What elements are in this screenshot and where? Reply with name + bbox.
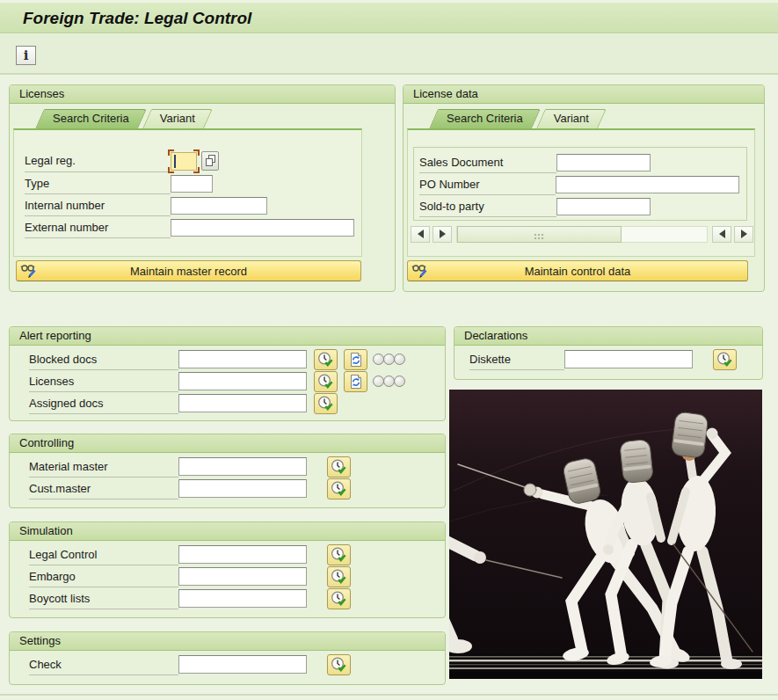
document-refresh-icon xyxy=(348,374,364,390)
execute-button[interactable] xyxy=(327,588,351,609)
maintain-master-record-button[interactable]: Maintain master record xyxy=(16,260,361,281)
fencers-illustration xyxy=(449,390,762,679)
left-arrow-icon xyxy=(719,230,725,238)
group-settings: Settings Check xyxy=(9,631,446,685)
execute-button[interactable] xyxy=(327,456,351,478)
tab-search-criteria[interactable]: Search Criteria xyxy=(433,109,536,128)
group-controlling: Controlling Material master Cust.master xyxy=(9,434,446,508)
tab-variant[interactable]: Variant xyxy=(147,109,208,128)
tab-search-criteria[interactable]: Search Criteria xyxy=(40,109,142,128)
scrollbar-track[interactable] xyxy=(456,226,708,243)
licenses-tab-panel: Legal reg. Type Internal number Exte xyxy=(13,128,362,257)
status-circles-icon xyxy=(373,376,405,387)
refresh-button[interactable] xyxy=(344,349,367,370)
external-number-input[interactable] xyxy=(171,219,354,237)
focus-corner xyxy=(168,149,174,156)
refresh-button[interactable] xyxy=(344,371,367,392)
field-row: Sold-to party xyxy=(419,195,739,217)
right-arrow-icon xyxy=(741,230,747,238)
maintain-control-data-button[interactable]: Maintain control data xyxy=(407,260,748,281)
status-circles-icon xyxy=(373,354,405,365)
legal-control-input[interactable] xyxy=(178,545,307,564)
field-row: Embargo xyxy=(29,565,440,587)
button-label: Maintain control data xyxy=(408,265,747,278)
clock-check-icon xyxy=(331,481,347,497)
info-button[interactable]: i xyxy=(16,46,36,65)
po-number-input[interactable] xyxy=(556,176,739,193)
clock-check-icon xyxy=(331,459,347,475)
field-label: Embargo xyxy=(29,565,178,587)
field-row: Type xyxy=(25,172,354,194)
field-label: Legal Control xyxy=(29,543,178,565)
field-row: External number xyxy=(25,216,354,238)
boycott-lists-input[interactable] xyxy=(178,589,307,608)
scroll-right-button[interactable] xyxy=(433,226,452,243)
scroll-left-button[interactable] xyxy=(712,226,731,243)
field-row: PO Number xyxy=(419,173,739,195)
application-toolbar: i xyxy=(0,34,778,75)
sales-document-input[interactable] xyxy=(556,154,651,171)
group-controlling-header: Controlling xyxy=(10,434,445,453)
text-cursor xyxy=(174,155,176,168)
embargo-input[interactable] xyxy=(178,567,307,586)
field-row: Legal Control xyxy=(29,543,440,565)
field-row: Licenses xyxy=(29,370,440,392)
status-circle xyxy=(394,354,405,365)
internal-number-input[interactable] xyxy=(171,197,267,215)
diskette-input[interactable] xyxy=(564,350,693,368)
execute-button[interactable] xyxy=(314,393,338,414)
multiple-selection-button[interactable] xyxy=(201,151,219,171)
clock-check-icon xyxy=(331,591,347,607)
focus-corner xyxy=(193,149,200,156)
blocked-docs-input[interactable] xyxy=(178,350,307,368)
field-label: Internal number xyxy=(25,194,171,216)
field-label: Sales Document xyxy=(419,151,556,173)
right-arrow-icon xyxy=(440,230,446,238)
focused-field-wrap xyxy=(171,152,197,171)
field-row: Diskette xyxy=(469,348,757,370)
field-label: Material master xyxy=(29,456,178,478)
clock-check-icon xyxy=(716,352,733,368)
tab-label: Search Criteria xyxy=(433,109,536,125)
field-label: PO Number xyxy=(419,173,556,195)
field-label: Licenses xyxy=(29,370,178,392)
group-title: Simulation xyxy=(19,524,73,537)
scroll-left-button[interactable] xyxy=(411,226,430,243)
field-label: Type xyxy=(25,172,171,194)
execute-button[interactable] xyxy=(327,478,351,499)
group-simulation-header: Simulation xyxy=(10,522,445,541)
execute-button[interactable] xyxy=(327,544,351,565)
fencing-photo xyxy=(449,390,762,679)
execute-button[interactable] xyxy=(314,349,338,370)
overlapping-squares-icon xyxy=(206,158,213,166)
field-label: Check xyxy=(29,653,178,675)
horizontal-scrollbar xyxy=(411,225,753,243)
licenses-input[interactable] xyxy=(178,372,307,390)
scroll-right-button[interactable] xyxy=(734,226,753,243)
field-row: Internal number xyxy=(25,194,354,216)
execute-button[interactable] xyxy=(327,566,351,587)
field-label: Blocked docs xyxy=(29,348,178,370)
tab-label: Variant xyxy=(147,109,208,125)
execute-button[interactable] xyxy=(713,349,737,370)
check-input[interactable] xyxy=(178,655,307,674)
material-master-input[interactable] xyxy=(178,457,307,476)
type-input[interactable] xyxy=(171,175,213,193)
page-title: Foreign Trade: Legal Control xyxy=(0,3,251,28)
field-row: Check xyxy=(29,653,440,675)
assigned-docs-input[interactable] xyxy=(178,394,307,412)
license-data-tabstrip: Search Criteria Variant xyxy=(433,109,607,128)
group-title: Settings xyxy=(19,634,61,647)
status-circle xyxy=(394,376,405,387)
scrollbar-thumb[interactable] xyxy=(457,226,622,243)
group-title: Controlling xyxy=(19,436,74,449)
group-title: Alert reporting xyxy=(19,329,91,342)
tab-variant[interactable]: Variant xyxy=(541,109,602,128)
execute-button[interactable] xyxy=(314,371,338,392)
group-declarations-header: Declarations xyxy=(454,327,762,346)
group-alert-reporting: Alert reporting Blocked docs Licenses xyxy=(9,326,446,421)
field-row: Material master xyxy=(29,456,440,478)
execute-button[interactable] xyxy=(327,654,351,675)
sold-to-party-input[interactable] xyxy=(556,198,651,215)
cust-master-input[interactable] xyxy=(178,479,307,498)
